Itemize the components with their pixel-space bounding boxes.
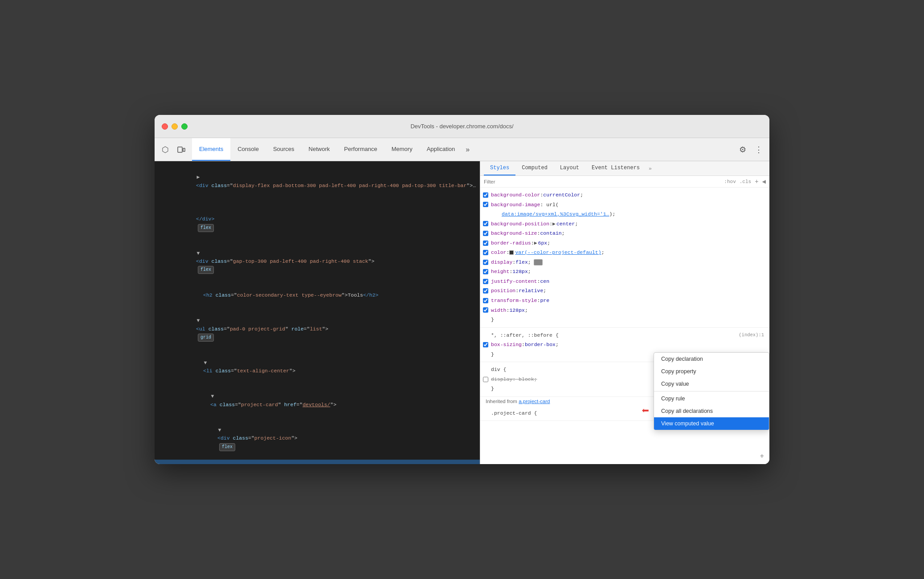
css-prop-background-position: background-position: ▶center; — [480, 219, 769, 229]
css-prop-transform-style: transform-style: pre — [480, 296, 769, 306]
settings-icon[interactable]: ⚙ — [736, 143, 750, 157]
css-checkbox[interactable] — [483, 260, 488, 265]
tab-computed[interactable]: Computed — [515, 161, 554, 175]
css-checkbox[interactable] — [483, 342, 488, 347]
filter-dock-btn[interactable]: ◀ — [762, 178, 766, 185]
css-prop-justify-content: justify-content: cen — [480, 277, 769, 286]
tab-performance[interactable]: Performance — [337, 138, 384, 161]
css-prop-height: height: 128px; — [480, 267, 769, 277]
css-checkbox[interactable] — [483, 279, 488, 284]
styles-content[interactable]: background-color: currentColor; backgrou… — [480, 188, 769, 464]
html-line: ▼ <li class="text-align-center"> — [155, 350, 480, 384]
css-checkbox[interactable] — [483, 307, 488, 313]
filter-cls-btn[interactable]: .cls — [740, 179, 751, 184]
css-prop-position: position: relative; — [480, 286, 769, 296]
html-line: </div> flex — [155, 199, 480, 241]
devtools-window: DevTools - developer.chrome.com/docs/ ⬡ … — [155, 115, 769, 464]
css-checkbox[interactable] — [483, 231, 488, 236]
context-menu-copy-property[interactable]: Copy property — [654, 365, 769, 378]
html-line: ▼ <ul class="pad-0 project-grid" role="l… — [155, 308, 480, 351]
css-checkbox[interactable] — [483, 241, 488, 246]
devtools-toolbar: ⬡ Elements Console Sources Network Perfo… — [155, 138, 769, 161]
css-prop-box-sizing: box-sizing: border-box; — [480, 340, 769, 350]
devtools-body: ▶ <div class="display-flex pad-bottom-30… — [155, 161, 769, 464]
css-checkbox[interactable] — [483, 377, 488, 382]
html-panel[interactable]: ▶ <div class="display-flex pad-bottom-30… — [155, 161, 480, 464]
add-style-btn[interactable]: + — [760, 453, 764, 461]
html-line: ▼ <a class="project-card" href="devtools… — [155, 384, 480, 418]
css-prop-background-image-value: data:image/svg+xml,%3Csvg_width='1… ); — [480, 209, 769, 219]
more-tabs-icon[interactable]: » — [462, 138, 473, 161]
styles-tabs: Styles Computed Layout Event Listeners » — [480, 161, 769, 176]
html-line-selected: ... ▼ <div class="project-icon__cover"> … — [155, 460, 480, 464]
device-toggle-icon[interactable] — [174, 143, 188, 157]
css-prop-background-image: background-image: url( — [480, 200, 769, 210]
grid-icon — [534, 259, 543, 265]
more-tabs-icon[interactable]: » — [646, 161, 654, 175]
css-prop-width: width: 128px; — [480, 306, 769, 315]
tab-console[interactable]: Console — [230, 138, 266, 161]
tab-application[interactable]: Application — [420, 138, 462, 161]
tab-styles[interactable]: Styles — [484, 161, 515, 175]
css-prop-color: color: var(--color-project-default); — [480, 248, 769, 257]
inherited-link[interactable]: a.project-card — [519, 399, 550, 404]
html-line: ▼ <div class="gap-top-300 pad-left-400 p… — [155, 241, 480, 283]
context-menu: Copy declaration Copy property Copy valu… — [654, 352, 769, 430]
css-checkbox[interactable] — [483, 250, 488, 255]
tab-network[interactable]: Network — [302, 138, 337, 161]
filter-bar: :hov .cls + ◀ — [480, 176, 769, 188]
css-block-main: background-color: currentColor; backgrou… — [480, 188, 769, 328]
html-line: ▼ <div class="project-icon"> flex — [155, 418, 480, 460]
tab-sources[interactable]: Sources — [266, 138, 302, 161]
svg-rect-0 — [178, 147, 182, 152]
filter-add-btn[interactable]: + — [755, 178, 758, 185]
context-menu-copy-declaration[interactable]: Copy declaration — [654, 353, 769, 365]
svg-rect-1 — [183, 148, 185, 151]
css-checkbox[interactable] — [483, 202, 488, 207]
css-closing-brace: } — [480, 315, 769, 325]
color-swatch — [509, 250, 514, 255]
filter-hov-btn[interactable]: :hov — [724, 179, 736, 184]
html-content: ▶ <div class="display-flex pad-bottom-30… — [155, 161, 480, 464]
css-prop-border-radius: border-radius: ▶6px; — [480, 238, 769, 248]
css-checkbox[interactable] — [483, 221, 488, 226]
cursor-icon[interactable]: ⬡ — [158, 143, 172, 157]
css-prop-background-color: background-color: currentColor; — [480, 190, 769, 200]
html-line: <h2 class="color-secondary-text type--ey… — [155, 283, 480, 308]
css-prop-background-size: background-size: contain; — [480, 228, 769, 238]
tab-elements[interactable]: Elements — [192, 138, 230, 161]
close-button[interactable] — [162, 123, 168, 130]
html-line: ▶ <div class="display-flex pad-bottom-30… — [155, 165, 480, 199]
traffic-lights — [162, 123, 188, 130]
toolbar-tabs: Elements Console Sources Network Perform… — [192, 138, 736, 161]
title-bar: DevTools - developer.chrome.com/docs/ — [155, 115, 769, 138]
context-menu-copy-rule[interactable]: Copy rule — [654, 392, 769, 405]
tab-layout[interactable]: Layout — [554, 161, 585, 175]
source-link[interactable]: (index):1 — [739, 331, 764, 339]
maximize-button[interactable] — [181, 123, 188, 130]
css-checkbox[interactable] — [483, 192, 488, 198]
window-title: DevTools - developer.chrome.com/docs/ — [410, 123, 513, 130]
css-checkbox[interactable] — [483, 288, 488, 294]
context-menu-copy-value[interactable]: Copy value — [654, 378, 769, 390]
minimize-button[interactable] — [172, 123, 178, 130]
toolbar-icons: ⬡ — [158, 138, 188, 161]
customize-icon[interactable]: ⋮ — [752, 143, 766, 157]
css-checkbox[interactable] — [483, 269, 488, 274]
filter-input[interactable] — [484, 179, 720, 184]
red-arrow-indicator: ⬅ — [642, 403, 649, 418]
context-menu-view-computed[interactable]: View computed value — [654, 417, 769, 430]
css-selector-universal: *, ::after, ::before { (index):1 — [480, 330, 769, 340]
context-menu-divider — [654, 391, 769, 391]
tab-memory[interactable]: Memory — [384, 138, 420, 161]
context-menu-copy-all-declarations[interactable]: Copy all declarations — [654, 405, 769, 417]
css-checkbox[interactable] — [483, 298, 488, 303]
toolbar-right: ⚙ ⋮ — [736, 138, 766, 161]
css-prop-display: display: flex; — [480, 257, 769, 267]
styles-panel: Styles Computed Layout Event Listeners »… — [480, 161, 769, 464]
tab-event-listeners[interactable]: Event Listeners — [585, 161, 646, 175]
